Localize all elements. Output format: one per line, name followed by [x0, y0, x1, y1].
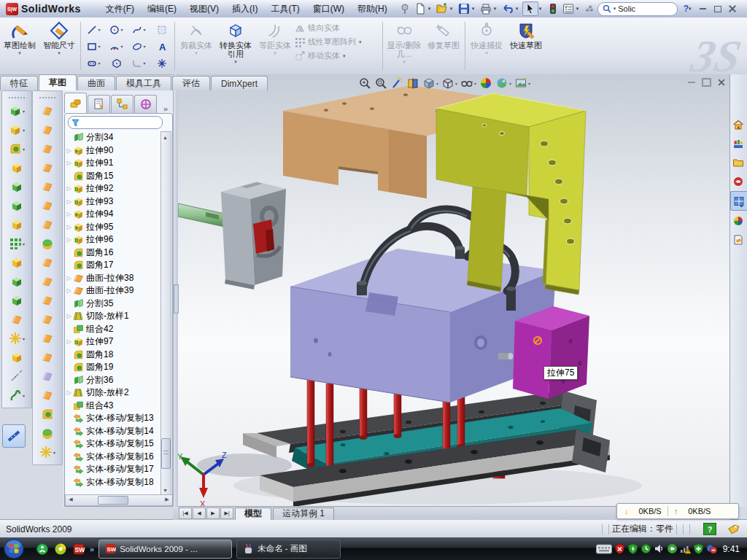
expand-icon[interactable]: ▷ — [65, 236, 73, 243]
options-dropdown-icon[interactable]: ▾ — [576, 6, 582, 12]
tree-item[interactable]: 组合42 — [65, 323, 163, 336]
sketch-button[interactable]: 草图绘制▾ — [0, 18, 39, 74]
select-icon[interactable] — [522, 1, 538, 16]
text-tool[interactable]: A — [150, 38, 173, 55]
tree-item[interactable]: ▷拉伸92 — [65, 182, 163, 195]
search-input[interactable]: Solic — [618, 4, 635, 13]
expand-icon[interactable]: ▷ — [65, 185, 73, 192]
expand-icon[interactable]: ▷ — [65, 275, 73, 281]
save-dropdown-icon[interactable]: ▾ — [472, 6, 478, 12]
tab-dimxpert-manager[interactable] — [134, 95, 157, 113]
taskpane-solidworks-resources[interactable] — [730, 172, 746, 190]
doc-minimize-button[interactable] — [688, 82, 695, 83]
tree-item[interactable]: ▷拉伸94 — [65, 208, 163, 221]
boss-button[interactable] — [33, 424, 62, 443]
tree-item[interactable]: 分割34 — [65, 131, 163, 144]
new-dropdown-icon[interactable]: ▾ — [428, 6, 434, 12]
tree-item[interactable]: ▷拉伸90 — [65, 144, 163, 158]
model-nav-1[interactable]: |◀ — [179, 508, 192, 519]
expand-icon[interactable]: ▷ — [65, 389, 73, 396]
help-button[interactable]: ? — [684, 4, 689, 14]
green-clock-icon[interactable] — [640, 543, 651, 554]
restore-button[interactable] — [711, 4, 724, 15]
expand-icon[interactable]: ▷ — [65, 160, 73, 166]
vent-button[interactable] — [33, 348, 62, 367]
tab-DimXpert[interactable]: DimXpert — [211, 76, 268, 90]
tree-item[interactable]: 实体-移动/复制18 — [65, 476, 163, 489]
move-copy-body-button[interactable] — [2, 310, 31, 329]
solidworks-launcher-icon[interactable]: SW — [72, 542, 85, 556]
zoom-fit-icon[interactable] — [357, 76, 372, 90]
tree-item[interactable]: 实体-移动/复制17 — [65, 463, 163, 476]
tree-item[interactable]: ▷拉伸96 — [65, 233, 163, 246]
taskbar-window-solidworks[interactable]: SW SolidWorks 2009 - ... — [98, 540, 232, 559]
lofted-bend-button[interactable] — [33, 196, 62, 215]
tree-item[interactable]: ▷曲面-拉伸38 — [65, 272, 163, 285]
insert-bends-button[interactable]: ▾ — [33, 443, 62, 462]
panel-overflow-chevron[interactable]: » — [163, 104, 168, 113]
tab-模具工具[interactable]: 模具工具 — [116, 76, 171, 90]
linear-pattern-button[interactable]: ▾ — [2, 234, 31, 253]
model-nav-2[interactable]: ◀ — [193, 508, 206, 519]
menu-7[interactable]: 帮助(H) — [352, 1, 393, 18]
convert-entities-button[interactable]: 转换实体引用▾ — [216, 18, 255, 74]
fillet-button[interactable]: ▾ — [2, 139, 31, 158]
menu-3[interactable]: 视图(V) — [184, 1, 225, 18]
search-dropdown-icon[interactable]: ▾ — [614, 6, 616, 12]
select-box-tool[interactable] — [150, 21, 173, 38]
tab-configuration-manager[interactable] — [111, 95, 133, 113]
tree-item[interactable]: 实体-移动/复制14 — [65, 425, 163, 438]
spline-tool[interactable]: ▾ — [128, 21, 150, 38]
split-line-button[interactable] — [2, 367, 31, 386]
save-icon[interactable] — [457, 2, 471, 15]
green-messenger-icon[interactable] — [36, 542, 49, 556]
no-bends-button[interactable] — [33, 291, 62, 310]
sketched-bend-button[interactable] — [33, 120, 62, 139]
swept-boss-button[interactable] — [2, 158, 31, 177]
undo-icon[interactable] — [500, 2, 515, 15]
blue-red-badge-icon[interactable] — [706, 543, 717, 554]
tab-曲面[interactable]: 曲面 — [77, 76, 115, 90]
ellipse-tool[interactable]: ▾ — [128, 38, 150, 55]
expand-icon[interactable]: ▷ — [65, 147, 73, 154]
model-clamp-unit[interactable] — [178, 182, 286, 289]
apply-scene-icon[interactable]: ▾ — [495, 76, 512, 90]
start-button[interactable] — [2, 537, 27, 560]
model-nav-3[interactable]: ▶ — [206, 508, 220, 519]
model-insert-block[interactable] — [513, 306, 589, 399]
open-dropdown-icon[interactable]: ▾ — [450, 6, 456, 12]
open-icon[interactable] — [435, 2, 449, 15]
tree-horizontal-scrollbar[interactable]: ◀ ▶ — [65, 494, 173, 506]
tree-item[interactable]: 实体-移动/复制16 — [65, 451, 163, 464]
whats-new-icon[interactable]: ⁂ — [583, 2, 597, 15]
arc-tool[interactable]: ▾ — [105, 38, 128, 55]
red-shield-icon[interactable] — [614, 543, 625, 554]
circle-tool[interactable]: ▾ — [105, 21, 128, 38]
insert-part-button[interactable]: ▾ — [2, 329, 31, 348]
elbow-button[interactable] — [33, 272, 62, 291]
mirror-feature-button[interactable] — [2, 291, 31, 310]
tab-评估[interactable]: 评估 — [172, 76, 210, 90]
smart-dimension-button[interactable]: 智能尺寸▾ — [39, 18, 79, 74]
scroll-down-icon[interactable]: ▼ — [161, 486, 169, 494]
volume-icon[interactable] — [654, 543, 665, 554]
expand-icon[interactable]: ▷ — [65, 211, 73, 217]
close-button[interactable] — [726, 4, 738, 15]
taskbar-clock[interactable]: 9:41 — [723, 544, 740, 554]
green-shield-icon[interactable] — [627, 543, 638, 554]
tree-item[interactable]: 分割35 — [65, 298, 163, 311]
options-icon[interactable] — [561, 2, 576, 15]
sketch-fillet-tool[interactable]: ▾ — [128, 55, 150, 71]
menu-4[interactable]: 插入(I) — [226, 1, 263, 18]
filter-wand-icon[interactable] — [390, 76, 404, 90]
tree-filter-input[interactable] — [82, 117, 150, 128]
doc-close-button[interactable] — [719, 79, 725, 86]
taskbar-window-paint[interactable]: 未命名 - 画图 — [236, 540, 341, 559]
menu-2[interactable]: 编辑(E) — [142, 1, 182, 18]
scroll-left-icon[interactable]: ◀ — [66, 495, 75, 504]
slot-tool[interactable]: ▾ — [82, 55, 105, 71]
measure-button-pressed[interactable] — [2, 424, 26, 448]
cross-break-button[interactable] — [33, 177, 62, 196]
flat-pattern-button[interactable] — [33, 215, 62, 234]
scroll-right-icon[interactable]: ▶ — [163, 495, 171, 504]
